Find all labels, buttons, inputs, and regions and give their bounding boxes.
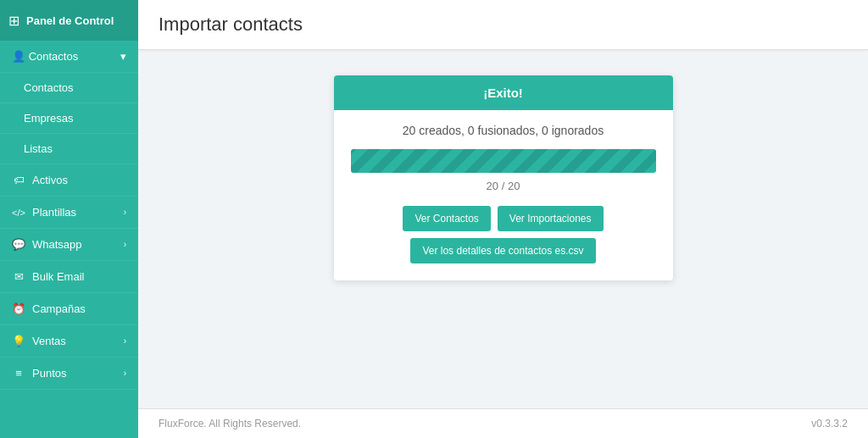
lightbulb-icon: 💡 — [12, 335, 25, 347]
sidebar-item-campanas[interactable]: ⏰ Campañas — [0, 293, 138, 325]
chevron-down-icon: ▾ — [120, 50, 126, 63]
sidebar-item-contactos[interactable]: Contactos — [0, 73, 138, 103]
footer-copyright: FluxForce. All Rights Reserved. — [159, 418, 301, 430]
sidebar-item-puntos[interactable]: ≡ Puntos › — [0, 358, 138, 390]
progress-label: 20 / 20 — [351, 180, 656, 192]
ver-contactos-button[interactable]: Ver Contactos — [403, 206, 490, 231]
contactos-sub-label: Contactos — [24, 81, 74, 94]
success-banner: ¡Exito! — [334, 75, 673, 110]
whatsapp-left: 💬 Whatsapp — [12, 238, 82, 251]
list-icon: ≡ — [12, 367, 25, 380]
puntos-left: ≡ Puntos — [12, 367, 66, 380]
contactos-header-label: Contactos — [29, 50, 79, 63]
success-card: ¡Exito! 20 creados, 0 fusionados, 0 igno… — [334, 75, 673, 280]
page-title: Importar contacts — [159, 14, 848, 36]
sidebar-item-activos[interactable]: 🏷 Activos — [0, 164, 138, 197]
sidebar-item-ventas[interactable]: 💡 Ventas › — [0, 325, 138, 358]
plantillas-left: </> Plantillas — [12, 206, 76, 219]
chevron-right-icon: › — [124, 208, 126, 217]
empresas-sub-label: Empresas — [24, 112, 74, 125]
bulk-email-label: Bulk Email — [32, 270, 84, 283]
whatsapp-icon: 💬 — [12, 238, 25, 251]
sidebar-item-plantillas[interactable]: </> Plantillas › — [0, 197, 138, 229]
footer-version: v0.3.3.2 — [811, 418, 848, 430]
chevron-right-icon-3: › — [124, 336, 126, 346]
sidebar-item-listas[interactable]: Listas — [0, 134, 138, 164]
person-icon: 👤 — [12, 50, 25, 63]
listas-sub-label: Listas — [24, 142, 53, 155]
whatsapp-label: Whatsapp — [32, 238, 82, 251]
main-header: Importar contacts — [138, 0, 868, 50]
sidebar-item-bulk-email[interactable]: ✉ Bulk Email — [0, 261, 138, 293]
ventas-left: 💡 Ventas — [12, 335, 66, 347]
campanas-label: Campañas — [32, 302, 86, 315]
success-body: 20 creados, 0 fusionados, 0 ignorados 20… — [334, 110, 673, 280]
code-icon: </> — [12, 208, 25, 218]
ventas-label: Ventas — [32, 335, 66, 347]
sidebar-item-empresas[interactable]: Empresas — [0, 103, 138, 134]
activos-label: Activos — [32, 174, 68, 186]
chevron-right-icon-4: › — [124, 369, 126, 378]
sidebar-item-contactos-header[interactable]: 👤 Contactos ▾ — [0, 41, 138, 73]
tag-icon: 🏷 — [12, 174, 25, 186]
bulk-email-left: ✉ Bulk Email — [12, 270, 84, 283]
main-content: Importar contacts ¡Exito! 20 creados, 0 … — [138, 0, 868, 438]
campanas-left: ⏰ Campañas — [12, 302, 86, 315]
footer: FluxForce. All Rights Reserved. v0.3.3.2 — [138, 408, 868, 438]
ver-importaciones-button[interactable]: Ver Importaciones — [498, 206, 604, 231]
email-icon: ✉ — [12, 270, 25, 283]
success-message: 20 creados, 0 fusionados, 0 ignorados — [351, 124, 656, 137]
activos-left: 🏷 Activos — [12, 174, 68, 186]
chevron-right-icon-2: › — [124, 240, 126, 249]
progress-bar-inner — [351, 149, 656, 173]
contactos-header-left: 👤 Contactos — [12, 50, 78, 63]
progress-bar-outer — [351, 149, 656, 173]
puntos-label: Puntos — [32, 367, 66, 380]
ver-detalles-button[interactable]: Ver los detalles de contactos es.csv — [410, 238, 595, 263]
plantillas-label: Plantillas — [32, 206, 76, 219]
sidebar-header[interactable]: ⊞ Panel de Control — [0, 0, 138, 41]
action-buttons: Ver Contactos Ver Importaciones Ver los … — [351, 206, 656, 263]
sidebar-item-whatsapp[interactable]: 💬 Whatsapp › — [0, 229, 138, 261]
sidebar-header-label: Panel de Control — [26, 14, 114, 27]
main-body: ¡Exito! 20 creados, 0 fusionados, 0 igno… — [138, 50, 868, 408]
grid-icon: ⊞ — [8, 13, 19, 29]
sidebar: ⊞ Panel de Control 👤 Contactos ▾ Contact… — [0, 0, 138, 438]
progress-container — [351, 149, 656, 173]
clock-icon: ⏰ — [12, 302, 25, 315]
